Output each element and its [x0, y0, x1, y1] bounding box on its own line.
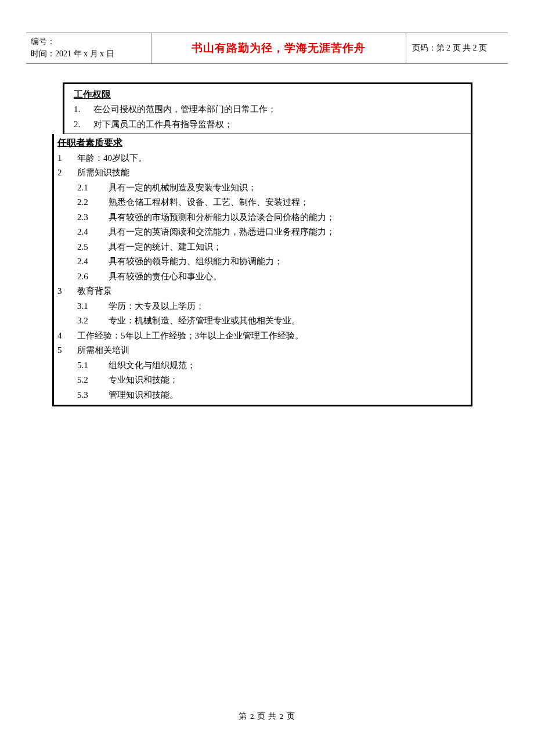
subitem-text: 具有较强的领导能力、组织能力和协调能力； — [109, 254, 283, 269]
item-text: 工作经验：5年以上工作经验；3年以上企业管理工作经验。 — [77, 329, 304, 344]
header-page-label: 页码：第 2 页 共 2 页 — [406, 33, 508, 64]
list-item: 5 所需相关培训 — [57, 343, 466, 358]
item-number: 2. — [74, 117, 93, 132]
section-work-authority: 工作权限 1. 在公司授权的范围内，管理本部门的日常工作； 2. 对下属员工的工… — [63, 82, 472, 134]
subitem-number: 2.3 — [77, 210, 109, 225]
page-footer: 第 2 页 共 2 页 — [0, 710, 534, 723]
item-text: 年龄：40岁以下。 — [77, 151, 147, 166]
list-item: 1. 在公司授权的范围内，管理本部门的日常工作； — [74, 102, 466, 117]
subitem-number: 2.5 — [77, 240, 109, 255]
subitem-number: 5.2 — [77, 373, 109, 388]
item-text: 所需知识技能 — [77, 165, 129, 181]
document-body: 工作权限 1. 在公司授权的范围内，管理本部门的日常工作； 2. 对下属员工的工… — [63, 82, 472, 406]
section-qualifications: 任职者素质要求 1 年龄：40岁以下。 2 所需知识技能 2.1具有一定的机械制… — [52, 134, 472, 406]
page-header: 编号： 时间：2021 年 x 月 x 日 书山有路勤为径，学海无涯苦作舟 页码… — [26, 33, 508, 64]
item-number: 1. — [74, 102, 93, 117]
item-text: 对下属员工的工作具有指导监督权； — [93, 117, 233, 132]
item-number: 3 — [57, 284, 77, 299]
subitem-number: 2.6 — [77, 269, 109, 285]
list-subitem: 3.2专业：机械制造、经济管理专业或其他相关专业。 — [57, 314, 466, 329]
time-label: 时间：2021 年 x 月 x 日 — [31, 48, 146, 60]
subitem-text: 具有一定的机械制造及安装专业知识； — [109, 181, 257, 196]
item-text: 教育背景 — [77, 284, 112, 299]
subitem-text: 具有一定的英语阅读和交流能力，熟悉进口业务程序能力； — [109, 225, 335, 240]
subitem-number: 5.1 — [77, 358, 109, 373]
subitem-number: 2.4 — [77, 254, 109, 269]
subitem-text: 组织文化与组织规范； — [109, 358, 196, 373]
item-number: 5 — [57, 343, 77, 358]
list-subitem: 2.5具有一定的统计、建工知识； — [57, 240, 466, 255]
subitem-number: 3.1 — [77, 299, 109, 314]
subitem-text: 具有一定的统计、建工知识； — [109, 240, 222, 255]
list-item: 4 工作经验：5年以上工作经验；3年以上企业管理工作经验。 — [57, 329, 466, 344]
subitem-text: 熟悉仓储工程材料、设备、工艺、制作、安装过程； — [109, 195, 309, 210]
subitem-text: 专业：机械制造、经济管理专业或其他相关专业。 — [109, 314, 300, 329]
list-subitem: 5.1组织文化与组织规范； — [57, 358, 466, 373]
subitem-text: 管理知识和技能。 — [109, 388, 178, 403]
list-item: 2. 对下属员工的工作具有指导监督权； — [74, 117, 466, 132]
subitem-number: 3.2 — [77, 314, 109, 329]
subitem-number: 2.4 — [77, 225, 109, 240]
list-subitem: 2.1具有一定的机械制造及安装专业知识； — [57, 181, 466, 196]
header-left-cell: 编号： 时间：2021 年 x 月 x 日 — [26, 33, 151, 64]
list-subitem: 2.3具有较强的市场预测和分析能力以及洽谈合同价格的能力； — [57, 210, 466, 225]
list-item: 3 教育背景 — [57, 284, 466, 299]
item-text: 所需相关培训 — [77, 343, 129, 358]
list-subitem: 5.3管理知识和技能。 — [57, 388, 466, 403]
subitem-number: 2.1 — [77, 181, 109, 196]
section-title-qualifications: 任职者素质要求 — [57, 135, 466, 150]
header-motto: 书山有路勤为径，学海无涯苦作舟 — [151, 33, 406, 64]
subitem-number: 2.2 — [77, 195, 109, 210]
list-item: 2 所需知识技能 — [57, 165, 466, 181]
list-subitem: 2.2熟悉仓储工程材料、设备、工艺、制作、安装过程； — [57, 195, 466, 210]
serial-label: 编号： — [31, 35, 146, 48]
item-number: 2 — [57, 165, 77, 181]
subitem-number: 5.3 — [77, 388, 109, 403]
item-number: 4 — [57, 329, 77, 344]
list-subitem: 2.6具有较强的责任心和事业心。 — [57, 269, 466, 285]
list-subitem: 2.4具有较强的领导能力、组织能力和协调能力； — [57, 254, 466, 269]
list-subitem: 3.1学历：大专及以上学历； — [57, 299, 466, 314]
subitem-text: 具有较强的责任心和事业心。 — [109, 269, 222, 285]
section-title-work-authority: 工作权限 — [74, 87, 466, 102]
item-number: 1 — [57, 151, 77, 166]
list-item: 1 年龄：40岁以下。 — [57, 151, 466, 166]
subitem-text: 专业知识和技能； — [109, 373, 178, 388]
subitem-text: 学历：大专及以上学历； — [109, 299, 204, 314]
subitem-text: 具有较强的市场预测和分析能力以及洽谈合同价格的能力； — [109, 210, 335, 225]
item-text: 在公司授权的范围内，管理本部门的日常工作； — [93, 102, 276, 117]
list-subitem: 5.2专业知识和技能； — [57, 373, 466, 388]
list-subitem: 2.4具有一定的英语阅读和交流能力，熟悉进口业务程序能力； — [57, 225, 466, 240]
